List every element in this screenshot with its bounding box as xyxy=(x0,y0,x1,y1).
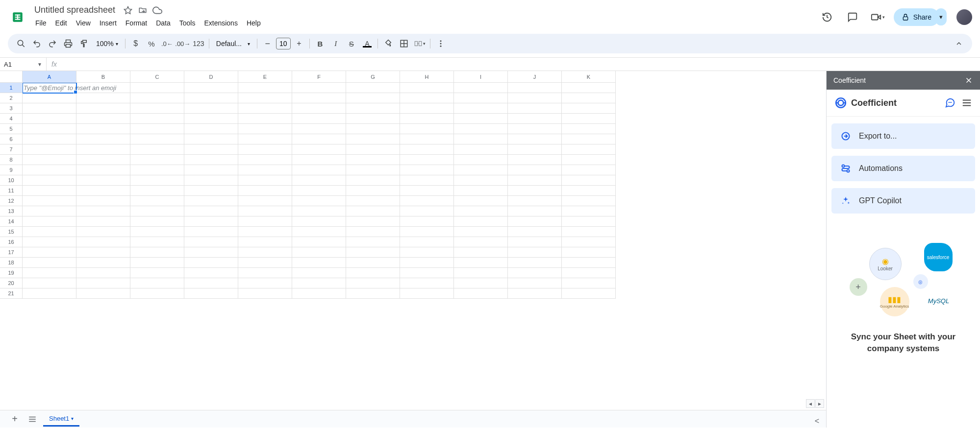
cell[interactable] xyxy=(130,237,184,247)
cell[interactable] xyxy=(76,216,130,227)
cell[interactable] xyxy=(76,268,130,278)
cell[interactable] xyxy=(238,165,292,175)
cell[interactable] xyxy=(346,175,400,186)
cell[interactable] xyxy=(23,93,76,103)
cell[interactable] xyxy=(130,196,184,206)
select-all-corner[interactable] xyxy=(0,71,23,83)
search-icon[interactable] xyxy=(14,36,28,51)
cell[interactable] xyxy=(454,155,508,165)
cell[interactable] xyxy=(346,288,400,299)
borders-icon[interactable] xyxy=(397,36,411,51)
cell[interactable] xyxy=(238,186,292,196)
row-header[interactable]: 16 xyxy=(0,237,23,247)
cell[interactable] xyxy=(184,227,238,237)
cell[interactable] xyxy=(508,237,562,247)
cell[interactable] xyxy=(562,134,616,144)
account-avatar[interactable] xyxy=(956,9,972,25)
cell[interactable] xyxy=(454,237,508,247)
cell[interactable] xyxy=(184,93,238,103)
cell[interactable] xyxy=(562,186,616,196)
star-icon[interactable] xyxy=(123,5,133,15)
cell[interactable] xyxy=(292,237,346,247)
row-header[interactable]: 13 xyxy=(0,206,23,216)
row-header[interactable]: 15 xyxy=(0,227,23,237)
cell[interactable] xyxy=(346,227,400,237)
cell[interactable] xyxy=(562,175,616,186)
cell[interactable] xyxy=(454,258,508,268)
cell[interactable] xyxy=(23,237,76,247)
cell[interactable] xyxy=(76,278,130,288)
cell[interactable] xyxy=(292,114,346,124)
cell[interactable] xyxy=(562,288,616,299)
col-header[interactable]: B xyxy=(76,71,130,83)
strikethrough-icon[interactable]: S xyxy=(344,36,359,51)
cell[interactable] xyxy=(400,278,454,288)
number-format[interactable]: 123 xyxy=(191,36,206,51)
cell[interactable] xyxy=(76,124,130,134)
cell[interactable] xyxy=(400,83,454,93)
cell[interactable] xyxy=(562,247,616,258)
cell[interactable] xyxy=(400,93,454,103)
cell[interactable] xyxy=(292,278,346,288)
scroll-right-icon[interactable]: ► xyxy=(815,399,824,408)
cell[interactable] xyxy=(508,258,562,268)
row-header[interactable]: 14 xyxy=(0,216,23,227)
cell[interactable] xyxy=(346,206,400,216)
col-header[interactable]: C xyxy=(130,71,184,83)
cell[interactable] xyxy=(238,206,292,216)
cell[interactable] xyxy=(130,155,184,165)
cell[interactable] xyxy=(76,175,130,186)
col-header[interactable]: H xyxy=(400,71,454,83)
row-header[interactable]: 17 xyxy=(0,247,23,258)
cell[interactable] xyxy=(292,186,346,196)
col-header[interactable]: A xyxy=(23,71,76,83)
increase-decimal-icon[interactable]: .00→ xyxy=(176,36,190,51)
cell[interactable]: Type "@Emoji" to insert an emoji xyxy=(23,83,76,93)
cell[interactable] xyxy=(130,144,184,155)
italic-icon[interactable]: I xyxy=(328,36,343,51)
cell[interactable] xyxy=(292,206,346,216)
cell[interactable] xyxy=(238,216,292,227)
col-header[interactable]: G xyxy=(346,71,400,83)
cell[interactable] xyxy=(346,268,400,278)
cell[interactable] xyxy=(23,216,76,227)
cell[interactable] xyxy=(292,227,346,237)
cell[interactable] xyxy=(508,83,562,93)
cell[interactable] xyxy=(76,247,130,258)
close-icon[interactable] xyxy=(964,76,973,85)
cell[interactable] xyxy=(238,237,292,247)
cell[interactable] xyxy=(346,216,400,227)
cell[interactable] xyxy=(238,83,292,93)
cell[interactable] xyxy=(562,237,616,247)
cell[interactable] xyxy=(508,216,562,227)
cell[interactable] xyxy=(292,124,346,134)
decrease-decimal-icon[interactable]: .0← xyxy=(160,36,175,51)
cell[interactable] xyxy=(454,268,508,278)
cell[interactable] xyxy=(23,103,76,114)
name-box[interactable]: A1 ▼ xyxy=(0,58,47,71)
row-header[interactable]: 2 xyxy=(0,93,23,103)
cell[interactable] xyxy=(292,258,346,268)
cell[interactable] xyxy=(184,124,238,134)
cell[interactable] xyxy=(562,227,616,237)
cell[interactable] xyxy=(400,216,454,227)
cell[interactable] xyxy=(292,144,346,155)
sidebar-item-gpt[interactable]: GPT Copilot xyxy=(831,188,975,214)
col-header[interactable]: D xyxy=(184,71,238,83)
cell[interactable] xyxy=(184,247,238,258)
menu-help[interactable]: Help xyxy=(243,17,265,29)
row-header[interactable]: 11 xyxy=(0,186,23,196)
cell[interactable] xyxy=(508,124,562,134)
cell[interactable] xyxy=(76,114,130,124)
col-header[interactable]: J xyxy=(508,71,562,83)
cell[interactable] xyxy=(23,124,76,134)
cell[interactable] xyxy=(562,196,616,206)
cell[interactable] xyxy=(508,114,562,124)
cell[interactable] xyxy=(400,134,454,144)
cell[interactable] xyxy=(346,144,400,155)
cell[interactable] xyxy=(130,93,184,103)
cell[interactable] xyxy=(400,196,454,206)
menu-view[interactable]: View xyxy=(72,17,95,29)
cell[interactable] xyxy=(508,134,562,144)
cell[interactable] xyxy=(238,247,292,258)
